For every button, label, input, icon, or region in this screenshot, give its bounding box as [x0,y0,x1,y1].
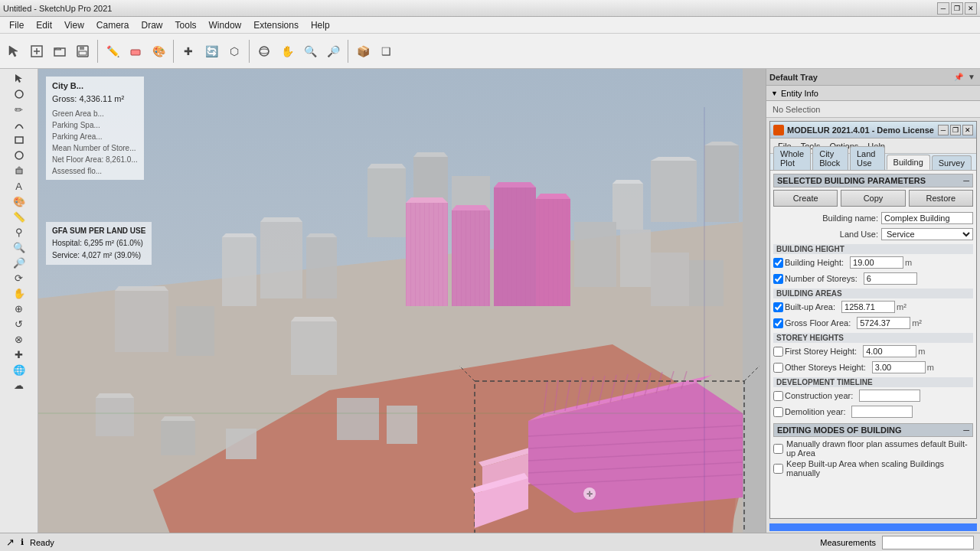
tool-rectangle[interactable] [5,133,34,147]
gross-floor-input[interactable] [857,317,910,329]
copy-button[interactable]: Copy [841,190,905,207]
editing-mode2-checkbox[interactable] [773,464,783,474]
toolbar-separator-1 [97,40,98,63]
tool-intersect[interactable]: 🌐 [5,363,34,377]
num-storeys-input[interactable] [864,272,917,285]
editing-mode1-checkbox[interactable] [773,444,783,454]
toolbar-pencil[interactable]: ✏️ [102,41,123,62]
restore-button[interactable]: Restore [909,190,973,207]
tab-whole-plot[interactable]: Whole Plot [773,146,811,170]
toolbar-group[interactable]: ❑ [375,41,397,62]
entity-info-header[interactable]: ▼ Entity Info [766,86,980,101]
first-storey-input[interactable] [863,345,916,357]
restore-button[interactable]: ❐ [951,2,963,15]
menu-edit[interactable]: Edit [30,18,58,32]
toolbar-paint[interactable]: 🎨 [148,41,169,62]
num-storeys-checkbox[interactable] [773,274,783,284]
building-height-input[interactable] [850,256,903,269]
editing-modes-header[interactable]: EDITING MODES OF BUILDING ─ [773,423,973,437]
tool-sandbox[interactable]: ☁ [5,378,34,392]
menu-tools[interactable]: Tools [169,18,203,32]
tool-text[interactable]: A [5,179,34,193]
tool-select[interactable] [5,72,34,86]
built-up-input[interactable] [841,301,895,313]
demolition-year-input[interactable] [851,406,913,418]
toolbar-new[interactable] [26,41,47,62]
construction-year-checkbox[interactable] [773,391,783,401]
other-storeys-input[interactable] [872,361,926,373]
toolbar-save[interactable] [72,41,93,62]
tool-zoom[interactable]: 🔍 [5,240,34,254]
minimize-button[interactable]: ─ [937,2,949,15]
toolbar-pan[interactable]: ✋ [276,41,298,62]
toolbar-zoom-extent[interactable]: 🔎 [322,41,344,62]
toolbar-scale[interactable]: ⬡ [224,41,245,62]
tab-land-use[interactable]: Land Use [850,146,885,170]
menu-extensions[interactable]: Extensions [247,18,305,32]
building-name-input[interactable] [881,212,973,224]
selected-params-header[interactable]: SELECTED BUILDING PARAMETERS ─ [773,174,973,187]
toolbar-move[interactable]: ✚ [178,41,199,62]
tray-expand[interactable]: ▼ [966,73,977,81]
plugin-restore[interactable]: ❐ [950,125,961,135]
tool-paint[interactable]: 🎨 [5,194,34,208]
toolbar-open[interactable] [49,41,70,62]
plugin-icon [773,125,784,135]
toolbar-eraser[interactable] [125,41,146,62]
tool-arc[interactable] [5,118,34,132]
built-up-checkbox[interactable] [773,302,783,312]
tool-zoom-ext[interactable]: 🔎 [5,256,34,269]
tab-city-block[interactable]: City Block [812,146,848,170]
create-button[interactable]: Create [773,190,838,207]
toolbar-orbit[interactable] [253,41,275,62]
menu-draw[interactable]: Draw [136,18,169,32]
toolbar-select[interactable] [3,41,24,62]
other-storeys-unit: m [927,363,942,372]
menu-help[interactable]: Help [305,18,336,32]
tray-pin[interactable]: 📌 [952,73,965,81]
construction-year-input[interactable] [859,390,920,402]
tool-walk[interactable]: ⊕ [5,302,34,315]
menu-camera[interactable]: Camera [90,18,136,32]
toolbar: ✏️ 🎨 ✚ 🔄 ⬡ ✋ 🔍 🔎 📦 ❑ [0,34,980,69]
tool-pan[interactable]: ✋ [5,286,34,300]
first-storey-checkbox[interactable] [773,347,783,357]
plugin-close[interactable]: ✕ [962,125,973,135]
demolition-year-checkbox[interactable] [773,407,783,417]
menu-file[interactable]: File [3,18,30,32]
measurements-input[interactable] [882,536,974,549]
tool-rotate[interactable]: ↺ [5,317,34,331]
editing-mode2-label: Keep Built-up Area when scaling Building… [786,459,973,478]
other-storeys-checkbox[interactable] [773,363,783,373]
close-button[interactable]: ✕ [965,2,977,15]
tool-circle[interactable] [5,148,34,162]
menu-view[interactable]: View [58,18,90,32]
svg-rect-47 [161,421,195,455]
plugin-minimize[interactable]: ─ [938,125,949,135]
gross-floor-checkbox[interactable] [773,318,783,328]
num-storeys-row: Number of Storeys: [773,272,973,285]
other-info-1: Green Area b... [52,108,138,119]
viewport[interactable]: ✛ City B... Gross: 4,336.11 m² Green Are… [38,69,766,533]
toolbar-rotate[interactable]: 🔄 [201,41,222,62]
building-height-checkbox[interactable] [773,258,783,268]
svg-marker-24 [612,180,643,184]
tool-lasso[interactable] [5,87,34,101]
tool-move[interactable]: ✚ [5,347,34,361]
tab-survey[interactable]: Survey [932,155,972,170]
svg-rect-51 [387,406,417,444]
tool-follow[interactable]: ⚲ [5,225,34,239]
window-controls: ─ ❐ ✕ [937,2,977,15]
tab-building[interactable]: Building [887,155,930,170]
tool-scale[interactable]: ⊗ [5,332,34,346]
tool-pushpull[interactable] [5,164,34,178]
land-use-select[interactable]: Service Hospital Residential [881,228,973,240]
toolbar-zoom[interactable]: 🔍 [299,41,321,62]
tool-pencil[interactable]: ✏ [5,103,34,116]
menu-window[interactable]: Window [203,18,248,32]
collapse-params-icon: ─ [963,176,969,185]
svg-marker-20 [651,157,697,161]
toolbar-component[interactable]: 📦 [352,41,374,62]
tool-orbit[interactable]: ⟳ [5,271,34,285]
tool-tape[interactable]: 📏 [5,210,34,223]
